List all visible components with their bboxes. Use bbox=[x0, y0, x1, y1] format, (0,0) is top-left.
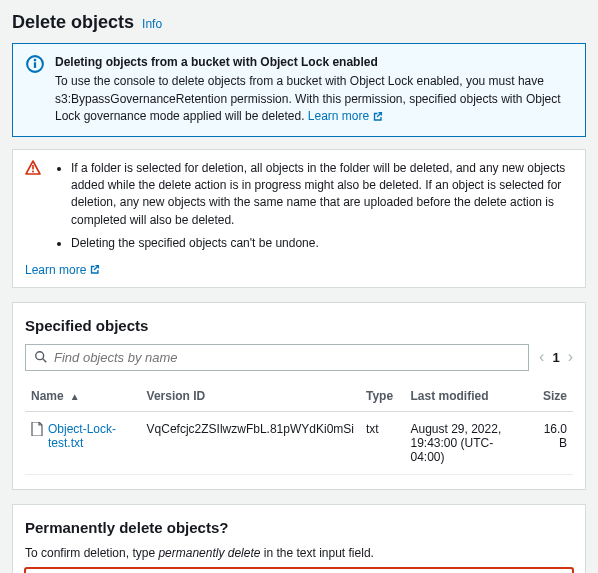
confirm-input[interactable] bbox=[25, 568, 573, 573]
objects-table: Name▲ Version ID Type Last modified Size… bbox=[25, 381, 573, 475]
warning-icon bbox=[25, 160, 43, 259]
prev-page-button[interactable]: ‹ bbox=[539, 348, 544, 366]
col-size[interactable]: Size bbox=[529, 381, 573, 412]
info-icon bbox=[25, 54, 45, 74]
cell-version: VqCefcjc2ZSIlwzwFbL.81pWYdKi0mSi bbox=[141, 411, 360, 474]
col-name[interactable]: Name▲ bbox=[25, 381, 141, 412]
svg-point-1 bbox=[34, 59, 37, 62]
confirm-panel: Permanently delete objects? To confirm d… bbox=[12, 504, 586, 573]
external-link-icon bbox=[372, 111, 383, 122]
table-row: Object-Lock-test.txt VqCefcjc2ZSIlwzwFbL… bbox=[25, 411, 573, 474]
cell-type: txt bbox=[360, 411, 405, 474]
object-name-link[interactable]: Object-Lock-test.txt bbox=[31, 422, 135, 450]
page-number: 1 bbox=[552, 350, 559, 365]
external-link-icon bbox=[89, 264, 100, 275]
learn-more-link[interactable]: Learn more bbox=[308, 108, 383, 125]
svg-rect-2 bbox=[34, 62, 36, 68]
file-icon bbox=[31, 422, 43, 439]
col-version[interactable]: Version ID bbox=[141, 381, 360, 412]
confirm-prompt: To confirm deletion, type permanently de… bbox=[25, 546, 573, 560]
col-type[interactable]: Type bbox=[360, 381, 405, 412]
cell-size: 16.0 B bbox=[529, 411, 573, 474]
alert-title: Deleting objects from a bucket with Obje… bbox=[55, 54, 573, 71]
confirm-title: Permanently delete objects? bbox=[25, 519, 573, 536]
svg-point-4 bbox=[32, 170, 34, 172]
sort-asc-icon: ▲ bbox=[70, 391, 80, 402]
svg-point-5 bbox=[36, 352, 44, 360]
info-link[interactable]: Info bbox=[142, 17, 162, 31]
warning-item: Deleting the specified objects can't be … bbox=[71, 235, 573, 252]
specified-objects-panel: Specified objects ‹ 1 › Name▲ Version ID… bbox=[12, 302, 586, 490]
search-icon bbox=[34, 350, 48, 364]
next-page-button[interactable]: › bbox=[568, 348, 573, 366]
col-modified[interactable]: Last modified bbox=[404, 381, 528, 412]
svg-rect-3 bbox=[32, 165, 34, 170]
panel-title: Specified objects bbox=[25, 317, 573, 334]
page-title: Delete objects bbox=[12, 12, 134, 33]
learn-more-link[interactable]: Learn more bbox=[25, 263, 100, 277]
warning-box: If a folder is selected for deletion, al… bbox=[12, 149, 586, 288]
pagination: ‹ 1 › bbox=[539, 348, 573, 366]
cell-modified: August 29, 2022, 19:43:00 (UTC-04:00) bbox=[404, 411, 528, 474]
info-alert: Deleting objects from a bucket with Obje… bbox=[12, 43, 586, 137]
search-input[interactable] bbox=[54, 350, 520, 365]
warning-item: If a folder is selected for deletion, al… bbox=[71, 160, 573, 230]
search-input-wrap[interactable] bbox=[25, 344, 529, 371]
svg-line-6 bbox=[43, 359, 47, 363]
